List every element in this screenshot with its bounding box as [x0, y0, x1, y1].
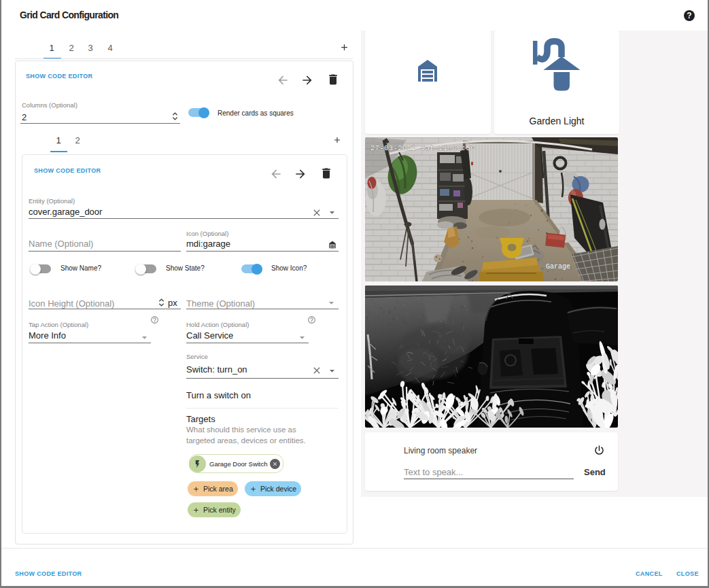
svg-text:27-03-2021 Sat 21:08:50: 27-03-2021 Sat 21:08:50: [370, 144, 475, 152]
svg-text:Garage: Garage: [546, 263, 570, 271]
